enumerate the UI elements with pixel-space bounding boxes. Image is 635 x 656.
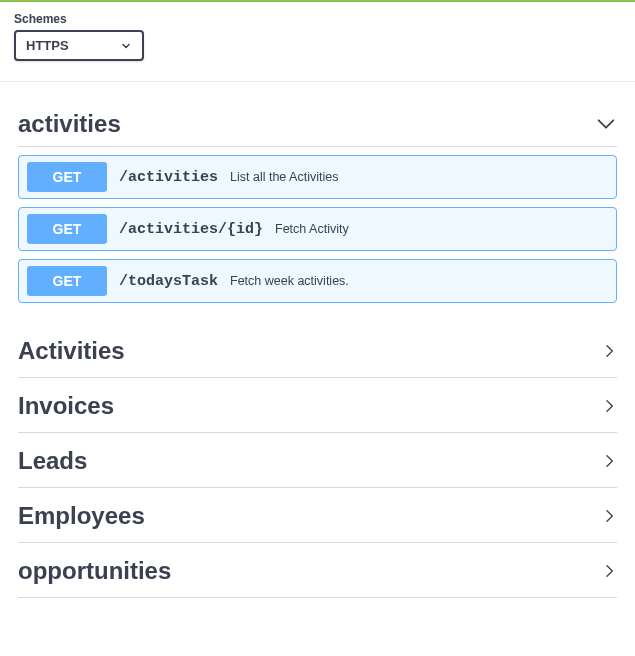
chevron-right-icon: [601, 508, 617, 524]
tag-title: Activities: [18, 337, 125, 365]
tag-title: Leads: [18, 447, 87, 475]
endpoint-row[interactable]: GET /todaysTask Fetch week activities.: [18, 259, 617, 303]
schemes-select[interactable]: HTTPS: [14, 30, 144, 61]
tag-header-activities-2[interactable]: Activities: [18, 323, 617, 378]
endpoint-path: /activities/{id}: [119, 221, 263, 238]
method-badge-get: GET: [27, 266, 107, 296]
endpoint-row[interactable]: GET /activities List all the Activities: [18, 155, 617, 199]
schemes-container: Schemes HTTPS: [0, 0, 635, 81]
schemes-label: Schemes: [14, 12, 621, 26]
tag-title: Invoices: [18, 392, 114, 420]
method-badge-get: GET: [27, 214, 107, 244]
chevron-right-icon: [601, 343, 617, 359]
tag-title: Employees: [18, 502, 145, 530]
endpoint-description: Fetch week activities.: [230, 274, 349, 288]
endpoint-path: /activities: [119, 169, 218, 186]
endpoint-description: List all the Activities: [230, 170, 338, 184]
divider: [0, 81, 635, 82]
chevron-right-icon: [601, 453, 617, 469]
collapsed-tags: Activities Invoices Leads Employees oppo…: [18, 323, 617, 598]
schemes-selected-value: HTTPS: [26, 38, 69, 53]
tag-title: activities: [18, 110, 121, 138]
method-badge-get: GET: [27, 162, 107, 192]
chevron-down-icon: [120, 40, 132, 52]
endpoint-description: Fetch Activity: [275, 222, 349, 236]
endpoint-row[interactable]: GET /activities/{id} Fetch Activity: [18, 207, 617, 251]
tag-section-activities: activities GET /activities List all the …: [18, 110, 617, 303]
tag-title: opportunities: [18, 557, 171, 585]
tag-header-activities[interactable]: activities: [18, 110, 617, 147]
tag-header-invoices[interactable]: Invoices: [18, 378, 617, 433]
chevron-right-icon: [601, 398, 617, 414]
chevron-right-icon: [601, 563, 617, 579]
endpoint-path: /todaysTask: [119, 273, 218, 290]
chevron-down-icon: [595, 113, 617, 135]
api-content: activities GET /activities List all the …: [0, 110, 635, 598]
tag-header-leads[interactable]: Leads: [18, 433, 617, 488]
tag-header-employees[interactable]: Employees: [18, 488, 617, 543]
tag-header-opportunities[interactable]: opportunities: [18, 543, 617, 598]
